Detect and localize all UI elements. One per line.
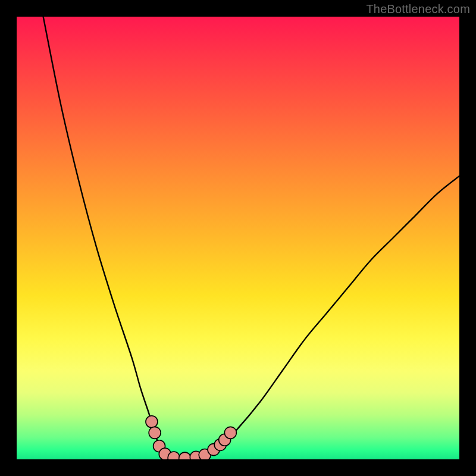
watermark-text: TheBottleneck.com — [366, 2, 470, 16]
data-marker — [146, 416, 158, 428]
data-marker — [179, 452, 191, 459]
curve-layer — [17, 17, 459, 459]
data-marker — [224, 427, 236, 439]
data-marker — [168, 452, 180, 459]
data-markers — [146, 416, 236, 459]
chart-frame: TheBottleneck.com — [0, 0, 476, 476]
data-marker — [149, 427, 161, 439]
plot-area — [17, 17, 459, 459]
bottleneck-curve — [43, 17, 459, 459]
